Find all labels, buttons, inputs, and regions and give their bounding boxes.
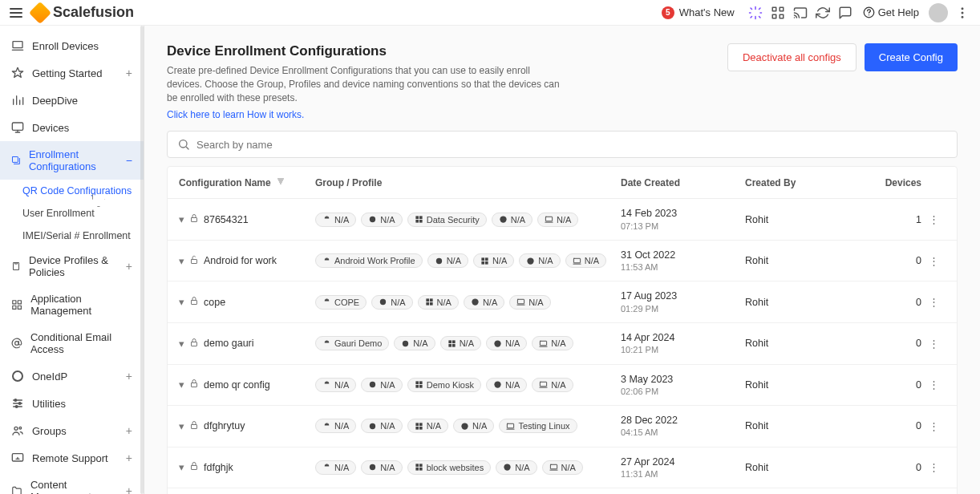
sidebar-item-label: Remote Support bbox=[32, 452, 108, 464]
chip-label: N/A bbox=[391, 298, 405, 307]
clipboard-icon bbox=[11, 260, 21, 273]
svg-rect-50 bbox=[429, 299, 432, 302]
learn-link[interactable]: Click here to learn How it works. bbox=[167, 109, 304, 120]
sidebar-item-remote-support[interactable]: Remote Support+ bbox=[0, 444, 144, 472]
svg-rect-14 bbox=[13, 306, 16, 309]
svg-point-33 bbox=[500, 217, 506, 223]
sidebar-item-application-management[interactable]: Application Management bbox=[0, 285, 144, 324]
menu-toggle[interactable] bbox=[6, 3, 26, 22]
svg-rect-41 bbox=[481, 261, 484, 265]
config-name: cope bbox=[204, 297, 225, 308]
user-avatar[interactable] bbox=[929, 3, 948, 22]
refresh-icon[interactable] bbox=[812, 2, 834, 24]
svg-point-87 bbox=[328, 465, 329, 466]
time-created: 01:29 PM bbox=[621, 303, 745, 314]
row-menu-icon[interactable]: ⋮ bbox=[921, 461, 946, 473]
sidebar-item-devices[interactable]: Devices bbox=[0, 114, 144, 141]
cast-icon[interactable] bbox=[789, 2, 812, 24]
create-config-button[interactable]: Create Config bbox=[865, 43, 958, 71]
sidebar-sub-qr-code-configurations[interactable]: QR Code Configurations bbox=[0, 180, 144, 202]
date-created: 3 May 2023 bbox=[621, 373, 745, 386]
svg-rect-2 bbox=[772, 14, 776, 18]
row-menu-icon[interactable]: ⋮ bbox=[921, 379, 946, 391]
lock-icon bbox=[189, 379, 199, 391]
row-menu-icon[interactable]: ⋮ bbox=[921, 296, 946, 308]
svg-point-66 bbox=[326, 383, 326, 383]
chip-label: N/A bbox=[551, 338, 565, 348]
sidebar-item-deepdive[interactable]: DeepDive bbox=[0, 87, 144, 114]
sidebar-sub-user-enrollment[interactable]: User Enrollment bbox=[0, 202, 144, 225]
profile-chip: N/A bbox=[542, 460, 583, 475]
profile-chip: N/A bbox=[509, 295, 550, 310]
time-created: 11:53 AM bbox=[621, 261, 745, 273]
sort-icon[interactable] bbox=[276, 176, 285, 188]
notifications-icon[interactable] bbox=[834, 2, 856, 24]
svg-rect-30 bbox=[419, 217, 423, 220]
sidebar-item-label: DeepDive bbox=[32, 95, 78, 107]
profile-chip: N/A bbox=[407, 419, 448, 433]
expand-caret[interactable]: ▾ bbox=[179, 379, 184, 391]
row-menu-icon[interactable]: ⋮ bbox=[921, 213, 946, 225]
help-link[interactable]: Get Help bbox=[863, 6, 919, 18]
android-icon bbox=[322, 380, 331, 389]
svg-point-68 bbox=[370, 382, 375, 387]
chip-label: N/A bbox=[505, 380, 520, 390]
svg-rect-3 bbox=[780, 14, 784, 18]
sidebar-item-groups[interactable]: Groups+ bbox=[0, 417, 144, 444]
overflow-icon[interactable] bbox=[951, 2, 974, 24]
whats-new-badge: 5 bbox=[662, 6, 674, 19]
sidebar-item-conditional-email-access[interactable]: Conditional Email Access bbox=[0, 324, 144, 362]
row-menu-icon[interactable]: ⋮ bbox=[921, 255, 946, 267]
search-input[interactable] bbox=[196, 139, 947, 151]
sidebar-item-label: Content Management bbox=[30, 479, 118, 494]
svg-rect-44 bbox=[573, 258, 580, 263]
profile-chip: N/A bbox=[537, 213, 578, 227]
svg-point-88 bbox=[370, 464, 375, 470]
plus-icon: + bbox=[126, 451, 132, 464]
svg-rect-52 bbox=[429, 302, 432, 306]
sidebar-item-content-management[interactable]: Content Management+ bbox=[0, 472, 144, 494]
people-icon bbox=[11, 424, 24, 437]
plus-icon: + bbox=[126, 67, 132, 79]
expand-caret[interactable]: ▾ bbox=[179, 213, 184, 225]
search-box[interactable] bbox=[167, 131, 958, 158]
profile-chip: Gauri Demo bbox=[315, 336, 389, 350]
chip-label: N/A bbox=[447, 256, 461, 265]
svg-rect-72 bbox=[419, 385, 423, 388]
whats-new[interactable]: 5 What's New bbox=[662, 6, 735, 19]
profile-chip: N/A bbox=[315, 213, 356, 227]
expand-caret[interactable]: ▾ bbox=[179, 338, 184, 350]
sidebar-item-oneidp[interactable]: OneIdP+ bbox=[0, 362, 144, 390]
row-menu-icon[interactable]: ⋮ bbox=[921, 420, 946, 432]
row-menu-icon[interactable]: ⋮ bbox=[921, 338, 946, 350]
sidebar-item-device-profiles-policies[interactable]: Device Profiles & Policies+ bbox=[0, 247, 144, 285]
sidebar-item-enrollment-configurations[interactable]: Enrollment Configurations− bbox=[0, 141, 144, 180]
table-row: ▾fdfghjkN/AN/Ablock websitesN/AN/A27 Apr… bbox=[168, 447, 957, 489]
sidebar-item-utilities[interactable]: Utilities bbox=[0, 390, 144, 417]
device-count: 0 bbox=[865, 297, 921, 308]
lock-icon bbox=[189, 461, 199, 473]
svg-rect-42 bbox=[485, 261, 488, 265]
table-row: ▾demo gauriGauri DemoN/AN/AN/AN/A14 Apr … bbox=[168, 323, 957, 365]
apple-icon bbox=[435, 257, 443, 265]
apps-icon[interactable] bbox=[767, 2, 789, 24]
deactivate-button[interactable]: Deactivate all configs bbox=[727, 43, 856, 71]
expand-caret[interactable]: ▾ bbox=[179, 461, 184, 473]
sidebar-item-getting-started[interactable]: Getting Started+ bbox=[0, 59, 144, 87]
expand-caret[interactable]: ▾ bbox=[179, 420, 184, 432]
sidebar-sub-imei-serial-enrollment[interactable]: IMEI/Serial # Enrollment bbox=[0, 225, 144, 247]
chip-label: N/A bbox=[437, 298, 452, 307]
svg-rect-91 bbox=[415, 468, 419, 471]
profile-chip: N/A bbox=[492, 213, 533, 227]
col-by: Created By bbox=[745, 177, 865, 188]
sidebar-item-enroll-devices[interactable]: Enroll Devices bbox=[0, 32, 144, 59]
date-created: 27 Apr 2024 bbox=[621, 456, 745, 468]
svg-rect-10 bbox=[12, 157, 18, 163]
brand-logo[interactable]: Scalefusion bbox=[32, 4, 134, 21]
config-name: fdfghjk bbox=[204, 462, 233, 473]
logo-icon bbox=[29, 1, 51, 23]
ai-icon[interactable] bbox=[744, 2, 767, 24]
expand-caret[interactable]: ▾ bbox=[179, 296, 184, 308]
svg-rect-54 bbox=[518, 300, 524, 305]
expand-caret[interactable]: ▾ bbox=[179, 255, 184, 267]
